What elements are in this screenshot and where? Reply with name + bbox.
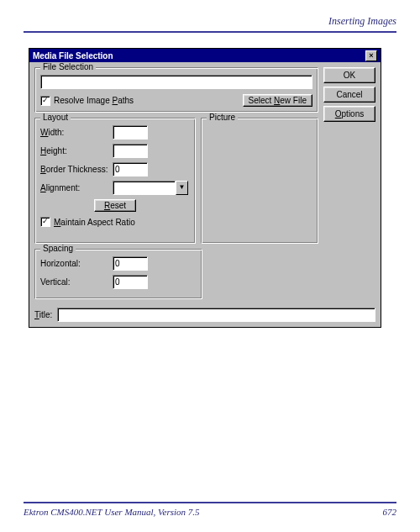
spacing-group: Spacing Horizontal: Vertical:	[34, 249, 202, 299]
dialog-body: File Selection ✓ Resolve Image Paths Sel…	[29, 62, 381, 327]
footer-manual-title: Ektron CMS400.NET User Manual, Version 7…	[24, 507, 200, 517]
picture-legend: Picture	[207, 113, 238, 122]
resolve-paths-checkbox[interactable]: ✓	[40, 96, 50, 106]
border-input[interactable]	[113, 162, 148, 176]
ok-button[interactable]: OK	[323, 67, 375, 83]
alignment-label: Alignment:	[40, 183, 113, 192]
layout-group: Layout Width: Height: Border Thickness:	[34, 118, 196, 244]
width-input[interactable]	[113, 125, 148, 140]
reset-button[interactable]: Reset	[94, 199, 136, 212]
alignment-combo[interactable]	[113, 181, 176, 195]
resolve-paths-label: Resolve Image Paths	[54, 96, 134, 105]
picture-group: Picture	[201, 118, 318, 244]
page-footer: Ektron CMS400.NET User Manual, Version 7…	[24, 502, 396, 517]
close-icon[interactable]: ×	[365, 50, 377, 61]
vertical-input[interactable]	[113, 275, 148, 289]
horizontal-input[interactable]	[113, 256, 148, 271]
height-input[interactable]	[113, 144, 148, 158]
document-page: Inserting Images Media File Selection × …	[0, 0, 420, 532]
cancel-button[interactable]: Cancel	[323, 87, 375, 103]
width-label: Width:	[40, 128, 113, 137]
dialog-title: Media File Selection	[33, 51, 113, 61]
file-selection-group: File Selection ✓ Resolve Image Paths Sel…	[34, 67, 318, 113]
header-rule	[24, 31, 396, 33]
vertical-label: Vertical:	[40, 277, 113, 287]
file-selection-legend: File Selection	[40, 62, 96, 71]
footer-page-number: 672	[383, 507, 397, 517]
horizontal-label: Horizontal:	[40, 259, 113, 268]
footer-rule	[24, 502, 396, 503]
border-label: Border Thickness:	[40, 165, 113, 174]
height-label: Height:	[40, 146, 113, 155]
file-path-input[interactable]	[40, 75, 312, 89]
dialog-titlebar: Media File Selection ×	[29, 49, 381, 62]
chevron-down-icon[interactable]: ▼	[176, 181, 188, 195]
spacing-legend: Spacing	[40, 244, 76, 253]
maintain-aspect-label: Maintain Aspect Ratio	[54, 218, 135, 227]
header-section-title: Inserting Images	[24, 15, 396, 28]
layout-legend: Layout	[40, 113, 71, 122]
media-file-selection-dialog: Media File Selection × File Selection ✓ …	[29, 48, 381, 328]
maintain-aspect-checkbox[interactable]: ✓	[40, 217, 50, 227]
select-new-file-button[interactable]: Select New File	[243, 94, 313, 107]
title-input[interactable]	[57, 308, 375, 322]
title-label: Title:	[34, 310, 52, 319]
options-button[interactable]: Options	[323, 106, 375, 122]
